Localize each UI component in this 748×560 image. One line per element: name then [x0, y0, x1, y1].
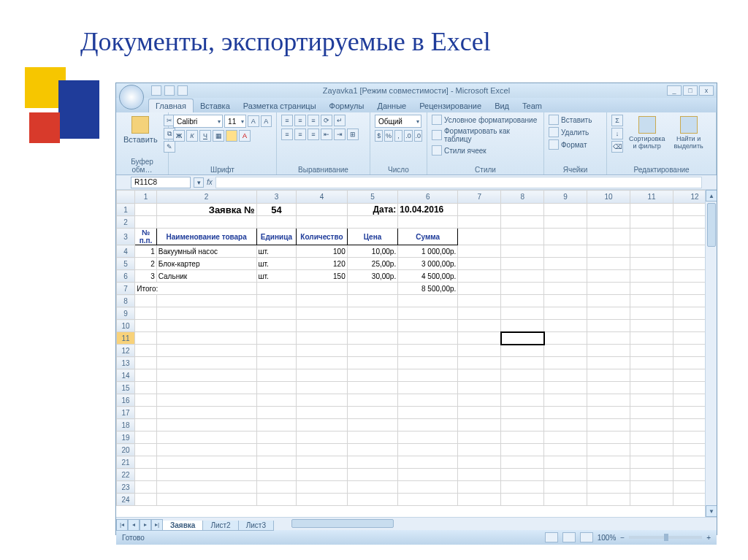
row-header[interactable]: 13 [117, 357, 135, 369]
sheet-tab-zayavka[interactable]: Заявка [162, 521, 203, 531]
col-header[interactable]: 2 [156, 191, 256, 204]
sort-filter-button[interactable]: Сортировка и фильтр [626, 115, 668, 164]
cell[interactable]: шт. [256, 270, 297, 283]
vertical-scrollbar[interactable]: ▲ ▼ [705, 190, 717, 517]
row-header[interactable]: 1 [117, 204, 135, 216]
cell[interactable]: 4 500,00р. [398, 270, 458, 283]
find-select-button[interactable]: Найти и выделить [671, 115, 706, 164]
cell[interactable]: 1 000,00р. [398, 245, 458, 258]
number-format-combo[interactable]: Общий [375, 115, 421, 128]
cell[interactable]: Блок-картер [156, 258, 256, 270]
tab-team[interactable]: Team [516, 99, 549, 112]
row-header[interactable]: 2 [117, 216, 135, 229]
office-button[interactable] [119, 85, 144, 110]
cell[interactable]: 25,00р. [347, 258, 397, 270]
underline-button[interactable]: Ч [199, 130, 211, 142]
col-header[interactable]: 7 [458, 191, 501, 204]
decrease-indent-icon[interactable]: ⇤ [321, 129, 332, 140]
cell[interactable]: Вакуумный насос [156, 245, 256, 258]
format-cells-button[interactable]: Формат [549, 139, 602, 150]
zoom-out-button[interactable]: − [620, 534, 625, 542]
row-header[interactable]: 10 [117, 320, 135, 332]
fill-icon[interactable]: ↓ [611, 128, 623, 139]
cell[interactable]: Итого: [135, 283, 256, 295]
col-header[interactable]: 8 [501, 191, 544, 204]
cell[interactable]: 2 [135, 258, 156, 270]
close-button[interactable]: x [699, 85, 714, 96]
cell[interactable]: 54 [256, 204, 297, 216]
tab-nav-next-icon[interactable]: ▸ [140, 519, 151, 531]
active-cell[interactable] [501, 332, 544, 345]
row-header[interactable]: 16 [117, 394, 135, 407]
align-bottom-icon[interactable]: ≡ [308, 115, 319, 126]
align-left-icon[interactable]: ≡ [281, 129, 293, 140]
tab-insert[interactable]: Вставка [194, 99, 237, 112]
cell[interactable]: 8 500,00р. [398, 283, 458, 295]
qat-undo-icon[interactable] [164, 85, 175, 96]
comma-icon[interactable]: , [394, 130, 402, 142]
align-right-icon[interactable]: ≡ [308, 129, 319, 140]
col-header[interactable]: 10 [587, 191, 630, 204]
scroll-thumb[interactable] [707, 203, 716, 247]
worksheet-grid[interactable]: 1 2 3 4 5 6 7 8 9 10 11 12 1 Заявка № 54… [116, 190, 717, 506]
tab-nav-first-icon[interactable]: |◂ [116, 519, 128, 531]
cell[interactable]: Наименование товара [156, 229, 256, 245]
orientation-icon[interactable]: ⟳ [321, 115, 332, 126]
qat-redo-icon[interactable] [178, 85, 188, 96]
cell[interactable]: Сумма [398, 229, 458, 245]
col-header[interactable]: 5 [347, 191, 397, 204]
row-header[interactable]: 4 [117, 245, 135, 258]
cell[interactable]: 100 [297, 245, 347, 258]
zoom-slider[interactable] [629, 536, 702, 539]
align-middle-icon[interactable]: ≡ [294, 115, 306, 126]
view-page-layout-icon[interactable] [562, 532, 576, 542]
clear-icon[interactable]: ⌫ [611, 141, 623, 153]
tab-review[interactable]: Рецензирование [413, 99, 488, 112]
scroll-down-icon[interactable]: ▼ [706, 505, 717, 517]
row-header[interactable]: 11 [117, 332, 135, 345]
view-normal-icon[interactable] [545, 532, 558, 542]
cell[interactable]: 1 [135, 245, 156, 258]
scroll-up-icon[interactable]: ▲ [706, 190, 717, 202]
row-header[interactable]: 18 [117, 419, 135, 431]
row-header[interactable]: 6 [117, 270, 135, 283]
name-box[interactable]: R11C8 [131, 177, 191, 188]
minimize-button[interactable]: _ [667, 85, 682, 96]
col-header[interactable]: 9 [544, 191, 587, 204]
row-header[interactable]: 7 [117, 283, 135, 295]
cell[interactable]: № п.п. [135, 229, 156, 245]
tab-view[interactable]: Вид [488, 99, 516, 112]
align-center-icon[interactable]: ≡ [294, 129, 306, 140]
percent-icon[interactable]: % [384, 130, 392, 142]
cell[interactable]: 3 [135, 270, 156, 283]
format-as-table-button[interactable]: Форматировать как таблицу [432, 127, 539, 143]
fill-color-icon[interactable] [226, 130, 237, 142]
select-all-corner[interactable] [117, 191, 135, 204]
cell[interactable]: 30,00р. [347, 270, 397, 283]
row-header[interactable]: 23 [117, 481, 135, 494]
cell[interactable]: 3 000,00р. [398, 258, 458, 270]
tab-formulas[interactable]: Формулы [323, 99, 371, 112]
qat-save-icon[interactable] [151, 85, 161, 96]
tab-nav-prev-icon[interactable]: ◂ [128, 519, 140, 531]
zoom-in-button[interactable]: + [706, 534, 711, 542]
delete-cells-button[interactable]: Удалить [549, 127, 602, 137]
col-header[interactable]: 1 [135, 191, 156, 204]
autosum-icon[interactable]: Σ [611, 115, 623, 126]
cell[interactable]: Цена [347, 229, 397, 245]
cell[interactable]: шт. [256, 258, 297, 270]
cell[interactable]: 150 [297, 270, 347, 283]
cell[interactable]: 120 [297, 258, 347, 270]
row-header[interactable]: 3 [117, 229, 135, 245]
decrease-decimal-icon[interactable]: .0 [414, 130, 422, 142]
paste-button[interactable]: Вставить [121, 115, 161, 156]
scroll-thumb[interactable] [291, 519, 394, 528]
insert-cells-button[interactable]: Вставить [549, 115, 602, 125]
tab-page-layout[interactable]: Разметка страницы [237, 99, 323, 112]
row-header[interactable]: 24 [117, 494, 135, 506]
name-box-dropdown-icon[interactable]: ▾ [194, 177, 204, 188]
cell[interactable]: Заявка № [156, 204, 256, 216]
row-header[interactable]: 19 [117, 431, 135, 444]
cell[interactable]: Дата: [347, 204, 397, 216]
col-header[interactable]: 11 [630, 191, 673, 204]
